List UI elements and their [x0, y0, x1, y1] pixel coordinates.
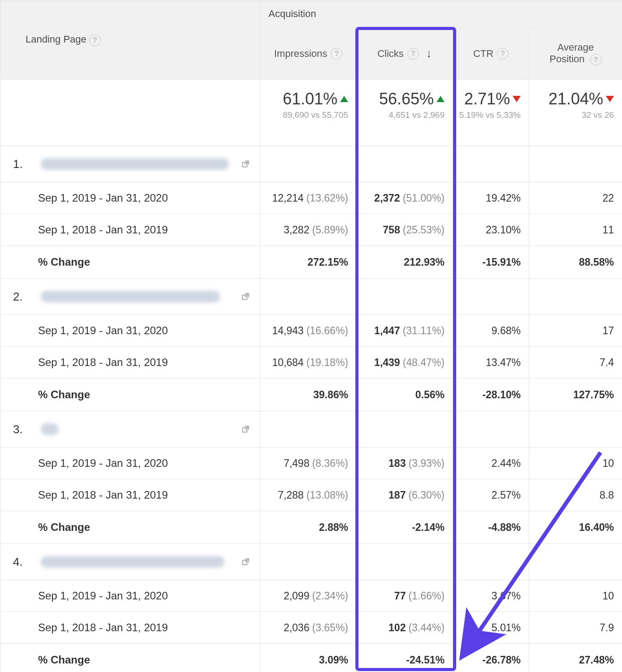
- help-icon[interactable]: ?: [590, 54, 602, 65]
- landing-page-row[interactable]: 1.: [0, 146, 622, 182]
- table-cell: 11: [529, 214, 622, 246]
- table-cell: 7,288(13.08%): [260, 479, 357, 511]
- arrow-up-icon: [340, 96, 348, 102]
- summary-impressions: 61.01% 89,690 vs 55,705: [260, 80, 357, 146]
- period-label: Sep 1, 2019 - Jan 31, 2020: [0, 580, 260, 612]
- table-cell: 12,214(13.62%): [260, 182, 357, 214]
- change-row: % Change 3.09% -24.51% -26.78% 27.48%: [0, 644, 622, 672]
- table-cell: 183(3.93%): [357, 448, 453, 479]
- change-label: % Change: [0, 511, 260, 544]
- table-cell: 7,498(8.36%): [260, 448, 357, 479]
- change-label: % Change: [0, 246, 260, 279]
- table-cell: 14,943(16.66%): [260, 315, 357, 347]
- table-cell: 77(1.66%): [357, 580, 453, 612]
- help-icon[interactable]: ?: [331, 48, 342, 60]
- landing-page-row[interactable]: 2.: [0, 279, 622, 315]
- table-cell: -26.78%: [453, 644, 529, 672]
- table-cell: 2,372(51.00%): [357, 182, 453, 214]
- table-cell: 5.01%: [453, 612, 529, 644]
- period-label: Sep 1, 2018 - Jan 31, 2019: [0, 479, 260, 511]
- external-link-icon[interactable]: [241, 159, 250, 168]
- landing-page-row[interactable]: 4.: [0, 544, 622, 580]
- table-cell: -28.10%: [453, 379, 529, 411]
- table-cell: 3.67%: [453, 580, 529, 612]
- table-cell: 9.68%: [453, 315, 529, 347]
- redacted-text: [41, 158, 229, 170]
- table-row: Sep 1, 2019 - Jan 31, 2020 12,214(13.62%…: [0, 182, 622, 214]
- period-label: Sep 1, 2018 - Jan 31, 2019: [0, 347, 260, 379]
- help-icon[interactable]: ?: [497, 48, 509, 60]
- table-row: Sep 1, 2018 - Jan 31, 2019 7,288(13.08%)…: [0, 479, 622, 511]
- table-cell: 23.10%: [453, 214, 529, 246]
- table-cell: 212.93%: [357, 246, 453, 279]
- table-cell: 3,282(5.89%): [260, 214, 357, 246]
- table-cell: 39.86%: [260, 379, 357, 411]
- help-icon[interactable]: ?: [407, 48, 419, 60]
- sort-descending-icon: ↓: [426, 47, 432, 60]
- summary-clicks: 56.65% 4,651 vs 2,969: [357, 80, 453, 146]
- external-link-icon[interactable]: [241, 425, 250, 434]
- table-cell: 19.42%: [453, 182, 529, 214]
- table-cell: -4.88%: [453, 511, 529, 544]
- table-row: Sep 1, 2019 - Jan 31, 2020 2,099(2.34%) …: [0, 580, 622, 612]
- row-index: 3.: [13, 422, 23, 436]
- table-cell: -24.51%: [357, 644, 453, 672]
- table-cell: 3.09%: [260, 644, 357, 672]
- table-cell: 2.44%: [453, 448, 529, 479]
- summary-position: 21.04% 32 vs 26: [529, 80, 622, 146]
- table-row: Sep 1, 2018 - Jan 31, 2019 10,684(19.18%…: [0, 347, 622, 379]
- period-label: Sep 1, 2018 - Jan 31, 2019: [0, 214, 260, 246]
- col-header-label: Landing Page: [26, 34, 86, 45]
- period-label: Sep 1, 2018 - Jan 31, 2019: [0, 612, 260, 644]
- table-cell: 1,447(31.11%): [357, 315, 453, 347]
- table-cell: 10: [529, 448, 622, 479]
- table-row: Sep 1, 2019 - Jan 31, 2020 14,943(16.66%…: [0, 315, 622, 347]
- col-header-clicks[interactable]: Clicks ? ↓: [357, 28, 453, 80]
- table-cell: 13.47%: [453, 347, 529, 379]
- table-cell: 272.15%: [260, 246, 357, 279]
- table-cell: 10: [529, 580, 622, 612]
- table-row: Sep 1, 2018 - Jan 31, 2019 2,036(3.65%) …: [0, 612, 622, 644]
- table-cell: 127.75%: [529, 379, 622, 411]
- table-cell: 17: [529, 315, 622, 347]
- change-label: % Change: [0, 379, 260, 411]
- table-cell: 8.8: [529, 479, 622, 511]
- table-row: Sep 1, 2019 - Jan 31, 2020 7,498(8.36%) …: [0, 448, 622, 479]
- table-cell: 2.57%: [453, 479, 529, 511]
- col-header-landing-page[interactable]: Landing Page ?: [0, 0, 260, 80]
- table-cell: 88.58%: [529, 246, 622, 279]
- table-cell: 2,036(3.65%): [260, 612, 357, 644]
- change-row: % Change 272.15% 212.93% -15.91% 88.58%: [0, 246, 622, 279]
- table-cell: 187(6.30%): [357, 479, 453, 511]
- col-header-impressions[interactable]: Impressions ?: [260, 28, 357, 80]
- redacted-text: [41, 556, 225, 568]
- landing-page-row[interactable]: 3.: [0, 411, 622, 448]
- col-header-avg-position[interactable]: Average Position ?: [529, 28, 622, 80]
- arrow-down-icon: [606, 96, 614, 102]
- table-cell: 10,684(19.18%): [260, 347, 357, 379]
- row-index: 1.: [13, 157, 23, 171]
- table-cell: 7.9: [529, 612, 622, 644]
- summary-row: 61.01% 89,690 vs 55,705 56.65% 4,651 vs …: [0, 80, 622, 146]
- table-cell: 758(25.53%): [357, 214, 453, 246]
- change-row: % Change 2.88% -2.14% -4.88% 16.40%: [0, 511, 622, 544]
- redacted-text: [41, 423, 59, 435]
- redacted-text: [41, 291, 220, 302]
- help-icon[interactable]: ?: [89, 34, 101, 46]
- col-group-label: Acquisition: [268, 8, 316, 19]
- analytics-table-container: Landing Page ? Acquisition Impressions ?: [0, 0, 622, 672]
- arrow-down-icon: [513, 96, 521, 102]
- col-header-ctr[interactable]: CTR ?: [453, 28, 529, 80]
- table-row: Sep 1, 2018 - Jan 31, 2019 3,282(5.89%) …: [0, 214, 622, 246]
- external-link-icon[interactable]: [241, 557, 250, 566]
- table-cell: 2,099(2.34%): [260, 580, 357, 612]
- table-cell: 102(3.44%): [357, 612, 453, 644]
- change-row: % Change 39.86% 0.56% -28.10% 127.75%: [0, 379, 622, 411]
- table-cell: 22: [529, 182, 622, 214]
- period-label: Sep 1, 2019 - Jan 31, 2020: [0, 448, 260, 479]
- analytics-table: Landing Page ? Acquisition Impressions ?: [0, 0, 622, 672]
- table-cell: 0.56%: [357, 379, 453, 411]
- table-cell: 1,439(48.47%): [357, 347, 453, 379]
- row-index: 4.: [13, 555, 23, 569]
- external-link-icon[interactable]: [241, 292, 250, 301]
